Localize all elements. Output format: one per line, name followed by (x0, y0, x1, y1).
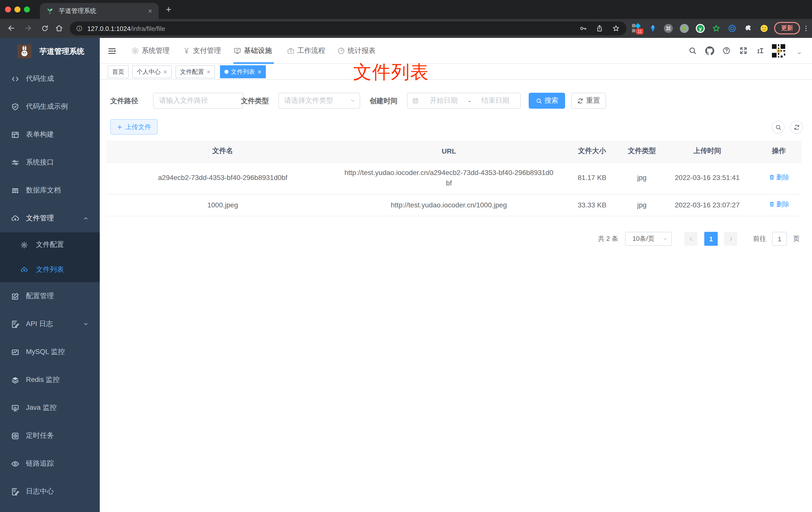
extension-emoji-icon[interactable] (760, 24, 768, 33)
extension-y-icon[interactable]: y (696, 24, 705, 33)
search-button[interactable]: 搜索 (529, 93, 565, 109)
window-zoom-button[interactable] (24, 6, 30, 12)
file-table: 文件名 URL 文件大小 文件类型 上传时间 操作 a294ecb2-73dd-… (106, 141, 802, 216)
sidebar-item-config-management[interactable]: 配置管理 (0, 282, 100, 310)
font-size-icon[interactable] (756, 47, 764, 55)
user-avatar-qr[interactable] (771, 43, 787, 59)
current-page-button[interactable]: 1 (704, 232, 718, 246)
page-size-select[interactable]: 10条/页 (625, 232, 672, 246)
topnav-infrastructure[interactable]: 基础设施 (233, 38, 272, 64)
sidebar-item-file-management[interactable]: 文件管理 (0, 204, 100, 232)
sidebar-item-label: 链路追踪 (26, 459, 54, 468)
sidebar-item-log-center[interactable]: 日志中心 (0, 478, 100, 506)
back-icon[interactable] (7, 24, 16, 32)
browser-menu-dots-icon[interactable] (802, 24, 810, 32)
sidebar-item-form-builder[interactable]: 表单构建 (0, 121, 100, 149)
page-size-value: 10条/页 (633, 234, 662, 243)
file-path-input[interactable]: 请输入文件路径 (153, 93, 243, 109)
sidebar-item-java-monitor[interactable]: Java 监控 (0, 394, 100, 422)
sidebar-item-file-list[interactable]: 文件列表 (0, 257, 100, 282)
home-icon[interactable] (55, 24, 63, 32)
chart-screen-icon (11, 348, 20, 356)
topnav-system[interactable]: 系统管理 (131, 38, 170, 64)
extension-balloon-icon[interactable] (648, 24, 657, 33)
sidebar-item-label: Redis 监控 (26, 375, 60, 384)
tag-label: 首页 (112, 67, 124, 76)
extension-cmd-icon[interactable] (664, 24, 673, 33)
pagination-total: 共 2 条 (598, 232, 618, 246)
window-minimize-button[interactable] (14, 6, 21, 12)
edit-square-icon (11, 292, 20, 300)
tag-close-icon[interactable]: ✕ (206, 69, 211, 74)
bookmark-star-icon[interactable] (612, 24, 620, 32)
tag-close-icon[interactable]: ✕ (163, 69, 167, 74)
topnav-workflow[interactable]: 工作流程 (287, 38, 325, 64)
delete-button[interactable]: 删除 (768, 172, 789, 182)
search-icon (535, 97, 542, 104)
topnav-payment[interactable]: 支付管理 (182, 38, 221, 64)
goto-page-input[interactable]: 1 (772, 232, 787, 246)
sidebar-item-system-api[interactable]: 系统接口 (0, 149, 100, 177)
sidebar-item-label: 定时任务 (26, 431, 54, 440)
date-start-placeholder[interactable]: 开始日期 (419, 96, 468, 105)
sidebar-item-mysql-monitor[interactable]: MySQL 监控 (0, 338, 100, 366)
site-info-icon[interactable] (76, 25, 83, 32)
extensions-puzzle-icon[interactable] (744, 24, 753, 33)
sliders-icon (11, 158, 20, 167)
reload-icon[interactable] (41, 24, 49, 32)
browser-tab[interactable]: 芋道管理系统 (40, 3, 158, 19)
form-icon (11, 130, 20, 139)
sidebar-item-scheduled-tasks[interactable]: 定时任务 (0, 422, 100, 450)
tab-close-icon[interactable] (148, 8, 153, 13)
fullscreen-icon[interactable] (739, 47, 748, 55)
github-icon[interactable] (705, 47, 714, 55)
header-search-icon[interactable] (688, 47, 697, 55)
forward-icon[interactable] (24, 24, 32, 32)
tag-file-config[interactable]: 文件配置✕ (176, 65, 215, 78)
chrome-update-button[interactable]: 更新 (774, 22, 800, 34)
upload-file-button[interactable]: 上传文件 (110, 119, 157, 134)
window-close-button[interactable] (5, 6, 11, 12)
sidebar-item-trace[interactable]: 链路追踪 (0, 450, 100, 478)
file-type-select[interactable]: 请选择文件类型 (278, 93, 360, 109)
avatar-caret-down-icon[interactable] (796, 50, 802, 56)
share-icon[interactable] (596, 24, 604, 32)
tag-profile[interactable]: 个人中心✕ (132, 65, 172, 78)
tag-home[interactable]: 首页 (108, 65, 129, 78)
tag-file-list[interactable]: 文件列表✕ (220, 65, 266, 78)
trash-icon (768, 201, 775, 208)
topnav-label: 工作流程 (297, 47, 325, 55)
sidebar-item-db-doc[interactable]: 数据库文档 (0, 177, 100, 204)
extension-star-icon[interactable] (712, 24, 721, 33)
monitor-check-icon (233, 47, 241, 55)
next-page-button[interactable] (724, 232, 737, 246)
sidebar-fold-icon[interactable] (108, 47, 116, 55)
extension-grey-dot-icon[interactable] (680, 24, 689, 33)
date-end-placeholder[interactable]: 结束日期 (471, 96, 520, 105)
delete-button[interactable]: 删除 (768, 200, 789, 209)
date-range-picker[interactable]: 开始日期 - 结束日期 (407, 93, 521, 109)
gauge-icon (337, 47, 345, 55)
col-file-name: 文件名 (106, 141, 339, 162)
address-bar[interactable]: 127.0.0.1:1024/infra/file/file (70, 22, 627, 35)
password-key-icon[interactable] (579, 24, 587, 32)
sidebar-item-code-gen-demo[interactable]: 代码生成示例 (0, 93, 100, 121)
delete-button-label: 删除 (776, 200, 789, 209)
sidebar-item-redis-monitor[interactable]: Redis 监控 (0, 366, 100, 394)
toggle-search-button[interactable] (772, 121, 785, 133)
extension-tabs-icon[interactable]: 11 (632, 24, 640, 33)
reset-button[interactable]: 重置 (571, 93, 606, 109)
screen: 芋道管理系统 127.0.0.1:1024/infra/file/file 11… (0, 0, 812, 512)
sidebar-item-file-config[interactable]: 文件配置 (0, 232, 100, 257)
help-icon[interactable] (722, 47, 731, 55)
app-logo-row[interactable]: 芋道管理系统 (0, 38, 100, 65)
new-tab-icon[interactable] (165, 6, 172, 13)
sidebar-item-api-log[interactable]: API 日志 (0, 310, 100, 338)
sidebar-item-code-gen[interactable]: 代码生成 (0, 65, 100, 93)
extension-target-icon[interactable] (728, 24, 737, 33)
reset-button-label: 重置 (586, 96, 600, 105)
refresh-table-button[interactable] (790, 121, 803, 133)
tag-close-icon[interactable]: ✕ (257, 69, 262, 74)
cell-file-name: a294ecb2-73dd-4353-bf40-296b8931d0bf (106, 162, 339, 194)
prev-page-button[interactable] (684, 232, 697, 246)
